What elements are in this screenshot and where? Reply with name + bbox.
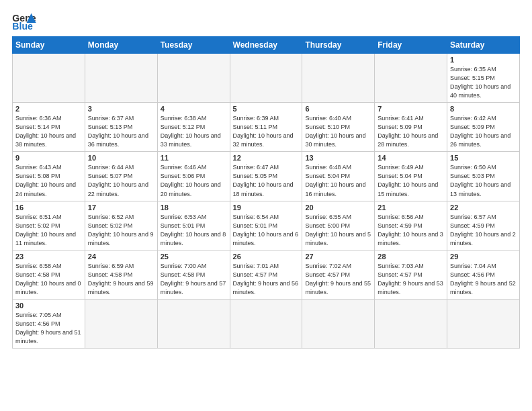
col-monday: Monday [85, 37, 157, 54]
day-number: 16 [15, 203, 82, 212]
calendar-cell: 1Sunrise: 6:35 AM Sunset: 5:15 PM Daylig… [447, 54, 520, 103]
calendar-week-row: 16Sunrise: 6:51 AM Sunset: 5:02 PM Dayli… [13, 201, 520, 250]
day-number: 8 [450, 105, 517, 113]
calendar-cell: 7Sunrise: 6:41 AM Sunset: 5:09 PM Daylig… [375, 103, 447, 152]
day-info: Sunrise: 6:48 AM Sunset: 5:04 PM Dayligh… [305, 163, 371, 198]
day-info: Sunrise: 6:42 AM Sunset: 5:09 PM Dayligh… [450, 114, 517, 149]
calendar-cell: 29Sunrise: 7:04 AM Sunset: 4:56 PM Dayli… [447, 250, 520, 299]
calendar-cell [13, 54, 85, 103]
calendar-cell: 10Sunrise: 6:44 AM Sunset: 5:07 PM Dayli… [85, 152, 157, 201]
day-number: 3 [88, 105, 154, 113]
calendar-cell: 27Sunrise: 7:02 AM Sunset: 4:57 PM Dayli… [302, 250, 375, 299]
day-info: Sunrise: 6:57 AM Sunset: 4:59 PM Dayligh… [450, 213, 517, 248]
calendar-cell: 17Sunrise: 6:52 AM Sunset: 5:02 PM Dayli… [85, 201, 157, 250]
day-info: Sunrise: 6:54 AM Sunset: 5:01 PM Dayligh… [233, 213, 300, 248]
day-info: Sunrise: 6:55 AM Sunset: 5:00 PM Dayligh… [305, 213, 371, 248]
col-tuesday: Tuesday [157, 37, 230, 54]
col-thursday: Thursday [302, 37, 375, 54]
calendar-cell: 30Sunrise: 7:05 AM Sunset: 4:56 PM Dayli… [13, 299, 85, 348]
calendar-cell: 19Sunrise: 6:54 AM Sunset: 5:01 PM Dayli… [230, 201, 302, 250]
calendar-cell: 11Sunrise: 6:46 AM Sunset: 5:06 PM Dayli… [157, 152, 230, 201]
day-info: Sunrise: 6:39 AM Sunset: 5:11 PM Dayligh… [233, 114, 300, 149]
calendar-cell: 6Sunrise: 6:40 AM Sunset: 5:10 PM Daylig… [302, 103, 375, 152]
calendar-cell [85, 299, 157, 348]
calendar-cell: 4Sunrise: 6:38 AM Sunset: 5:12 PM Daylig… [157, 103, 230, 152]
day-number: 18 [161, 203, 227, 212]
calendar-cell: 13Sunrise: 6:48 AM Sunset: 5:04 PM Dayli… [302, 152, 375, 201]
day-number: 1 [450, 56, 517, 64]
day-info: Sunrise: 7:00 AM Sunset: 4:58 PM Dayligh… [161, 262, 227, 297]
calendar-cell: 5Sunrise: 6:39 AM Sunset: 5:11 PM Daylig… [230, 103, 302, 152]
day-number: 6 [305, 105, 371, 113]
day-info: Sunrise: 6:53 AM Sunset: 5:01 PM Dayligh… [161, 213, 227, 248]
calendar-cell [447, 299, 520, 348]
calendar-cell: 20Sunrise: 6:55 AM Sunset: 5:00 PM Dayli… [302, 201, 375, 250]
col-sunday: Sunday [13, 37, 85, 54]
calendar-cell [230, 54, 302, 103]
calendar-week-row: 1Sunrise: 6:35 AM Sunset: 5:15 PM Daylig… [13, 54, 520, 103]
calendar-cell: 28Sunrise: 7:03 AM Sunset: 4:57 PM Dayli… [375, 250, 447, 299]
day-info: Sunrise: 7:05 AM Sunset: 4:56 PM Dayligh… [15, 311, 82, 346]
day-number: 26 [233, 253, 300, 261]
day-info: Sunrise: 6:47 AM Sunset: 5:05 PM Dayligh… [233, 163, 300, 198]
day-info: Sunrise: 6:43 AM Sunset: 5:08 PM Dayligh… [15, 163, 82, 198]
day-number: 23 [15, 253, 82, 261]
logo-icon: General Blue [12, 12, 36, 32]
calendar-cell [157, 299, 230, 348]
calendar-cell: 23Sunrise: 6:58 AM Sunset: 4:58 PM Dayli… [13, 250, 85, 299]
day-number: 28 [378, 253, 444, 261]
calendar-cell [375, 299, 447, 348]
day-info: Sunrise: 6:44 AM Sunset: 5:07 PM Dayligh… [88, 163, 154, 198]
calendar-cell: 18Sunrise: 6:53 AM Sunset: 5:01 PM Dayli… [157, 201, 230, 250]
day-number: 29 [450, 253, 517, 261]
calendar-cell: 3Sunrise: 6:37 AM Sunset: 5:13 PM Daylig… [85, 103, 157, 152]
calendar-week-row: 2Sunrise: 6:36 AM Sunset: 5:14 PM Daylig… [13, 103, 520, 152]
calendar-cell [302, 299, 375, 348]
calendar-cell: 22Sunrise: 6:57 AM Sunset: 4:59 PM Dayli… [447, 201, 520, 250]
day-number: 9 [15, 154, 82, 162]
col-saturday: Saturday [447, 37, 520, 54]
calendar-week-row: 9Sunrise: 6:43 AM Sunset: 5:08 PM Daylig… [13, 152, 520, 201]
calendar-cell [302, 54, 375, 103]
day-info: Sunrise: 6:38 AM Sunset: 5:12 PM Dayligh… [161, 114, 227, 149]
day-number: 13 [305, 154, 371, 162]
calendar-cell: 12Sunrise: 6:47 AM Sunset: 5:05 PM Dayli… [230, 152, 302, 201]
day-info: Sunrise: 6:59 AM Sunset: 4:58 PM Dayligh… [88, 262, 154, 297]
day-info: Sunrise: 6:50 AM Sunset: 5:03 PM Dayligh… [450, 163, 517, 198]
calendar-cell: 26Sunrise: 7:01 AM Sunset: 4:57 PM Dayli… [230, 250, 302, 299]
day-info: Sunrise: 6:35 AM Sunset: 5:15 PM Dayligh… [450, 65, 517, 100]
day-number: 22 [450, 203, 517, 212]
day-info: Sunrise: 7:02 AM Sunset: 4:57 PM Dayligh… [305, 262, 371, 297]
calendar-cell: 8Sunrise: 6:42 AM Sunset: 5:09 PM Daylig… [447, 103, 520, 152]
col-friday: Friday [375, 37, 447, 54]
day-number: 5 [233, 105, 300, 113]
calendar-cell [85, 54, 157, 103]
calendar: Sunday Monday Tuesday Wednesday Thursday… [12, 36, 520, 349]
day-info: Sunrise: 6:40 AM Sunset: 5:10 PM Dayligh… [305, 114, 371, 149]
day-number: 12 [233, 154, 300, 162]
logo: General Blue [12, 12, 36, 32]
day-number: 7 [378, 105, 444, 113]
header: General Blue [12, 12, 520, 32]
day-info: Sunrise: 6:41 AM Sunset: 5:09 PM Dayligh… [378, 114, 444, 149]
day-info: Sunrise: 6:46 AM Sunset: 5:06 PM Dayligh… [161, 163, 227, 198]
day-number: 30 [15, 302, 82, 310]
day-number: 10 [88, 154, 154, 162]
day-number: 25 [161, 253, 227, 261]
calendar-cell [157, 54, 230, 103]
day-info: Sunrise: 6:49 AM Sunset: 5:04 PM Dayligh… [378, 163, 444, 198]
day-number: 27 [305, 253, 371, 261]
calendar-cell: 15Sunrise: 6:50 AM Sunset: 5:03 PM Dayli… [447, 152, 520, 201]
day-number: 14 [378, 154, 444, 162]
day-number: 20 [305, 203, 371, 212]
calendar-body: 1Sunrise: 6:35 AM Sunset: 5:15 PM Daylig… [13, 54, 520, 349]
day-info: Sunrise: 6:37 AM Sunset: 5:13 PM Dayligh… [88, 114, 154, 149]
day-number: 4 [161, 105, 227, 113]
day-number: 2 [15, 105, 82, 113]
day-number: 19 [233, 203, 300, 212]
calendar-week-row: 23Sunrise: 6:58 AM Sunset: 4:58 PM Dayli… [13, 250, 520, 299]
calendar-cell: 9Sunrise: 6:43 AM Sunset: 5:08 PM Daylig… [13, 152, 85, 201]
calendar-cell [375, 54, 447, 103]
day-info: Sunrise: 6:58 AM Sunset: 4:58 PM Dayligh… [15, 262, 82, 297]
day-number: 24 [88, 253, 154, 261]
